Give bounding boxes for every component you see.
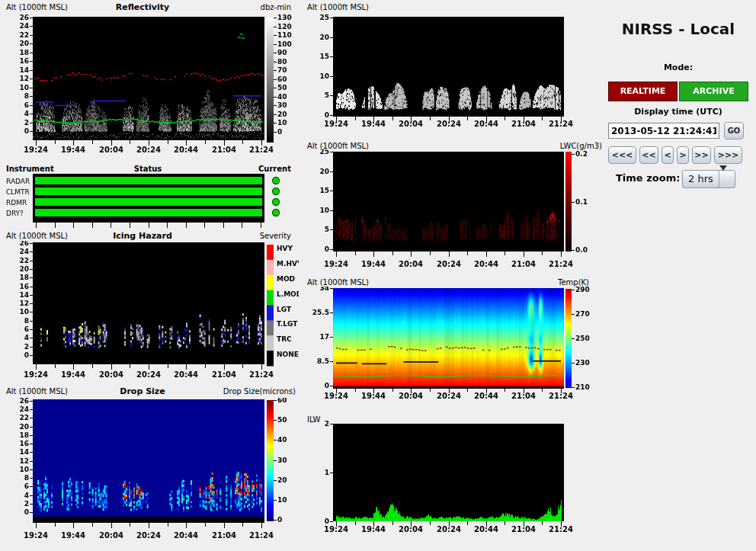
- icing-hazard-plot: [0, 241, 299, 383]
- icing-hazard-panel: Alt (1000ft MSL) Icing Hazard Severity: [0, 232, 299, 384]
- lwc-plot: [301, 149, 604, 271]
- dropsize-title: Drop Size: [32, 387, 253, 396]
- dropsize-colorbar-label: Drop Size(microns): [223, 387, 296, 396]
- nirss-app-window: Alt (1000ft MSL) Reflectivity dbz-min In…: [0, 0, 756, 551]
- display-time-input[interactable]: [608, 123, 719, 139]
- chevron-down-icon[interactable]: [719, 171, 735, 187]
- temp-colorbar-label: Temp(K): [558, 278, 589, 287]
- instrument-status-panel: Instrument Status Current: [0, 165, 299, 232]
- step-forward-medium-button[interactable]: >>: [692, 146, 711, 164]
- display-time-label: Display time (UTC): [602, 107, 754, 117]
- app-title: NIRSS - Local: [602, 20, 754, 38]
- status-col-status: Status: [32, 165, 264, 173]
- step-back-button[interactable]: <: [662, 146, 674, 164]
- icing-title: Icing Hazard: [32, 232, 253, 240]
- realtime-button[interactable]: REALTIME: [608, 82, 678, 101]
- instrument-status-plot: [0, 174, 299, 230]
- step-back-medium-button[interactable]: <<: [639, 146, 658, 164]
- time-zoom-dropdown[interactable]: 2 hrs: [682, 170, 735, 188]
- step-back-large-button[interactable]: <<<: [608, 146, 636, 164]
- time-zoom-value: 2 hrs: [688, 173, 713, 184]
- status-col-current: Current: [258, 165, 291, 173]
- go-button[interactable]: GO: [724, 122, 744, 139]
- drop-size-panel: Alt (1000ft MSL) Drop Size Drop Size(mic…: [0, 387, 299, 551]
- reflectivity-panel: Alt (1000ft MSL) Reflectivity dbz-min: [0, 3, 299, 157]
- temperature-panel: Alt (1000ft MSL) Temp(K): [301, 278, 604, 404]
- step-forward-large-button[interactable]: >>>: [714, 146, 742, 164]
- icing-severity-label: Severity: [260, 232, 291, 240]
- step-forward-button[interactable]: >: [677, 146, 689, 164]
- archive-button[interactable]: ARCHIVE: [679, 82, 748, 101]
- ilw-plot: [301, 421, 575, 535]
- drop-size-plot: [0, 398, 299, 550]
- ilw-panel: ILW: [301, 415, 575, 537]
- lwc-panel: Alt (1000ft MSL) LWC(g/m3): [301, 142, 604, 271]
- temp-alt-label: Alt (1000ft MSL): [307, 278, 369, 287]
- reflectivity-plot: [0, 11, 299, 155]
- mode-label: Mode:: [602, 62, 754, 72]
- cloud-mask-panel: Alt (1000ft MSL): [301, 3, 604, 134]
- control-panel: NIRSS - Local Mode: REALTIME ARCHIVE Dis…: [602, 15, 754, 198]
- cloud-mask-plot: [301, 11, 575, 134]
- temperature-plot: [301, 287, 604, 402]
- time-zoom-label: Time zoom:: [616, 172, 680, 184]
